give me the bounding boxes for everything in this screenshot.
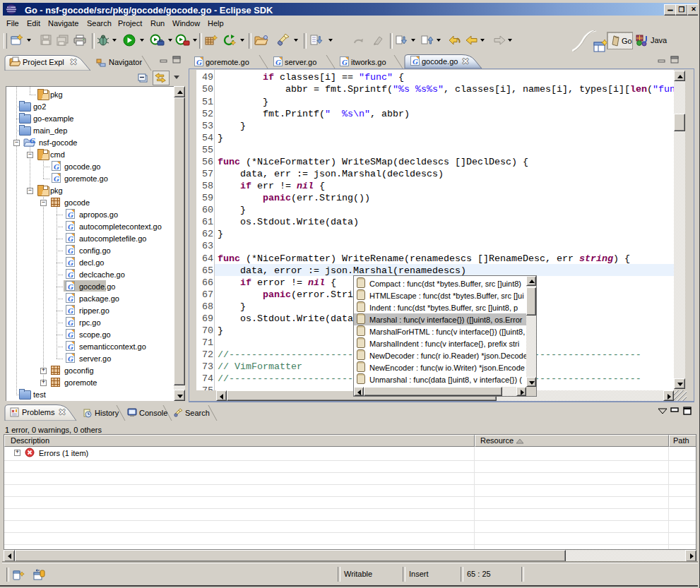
svg-text:G: G — [30, 137, 35, 145]
